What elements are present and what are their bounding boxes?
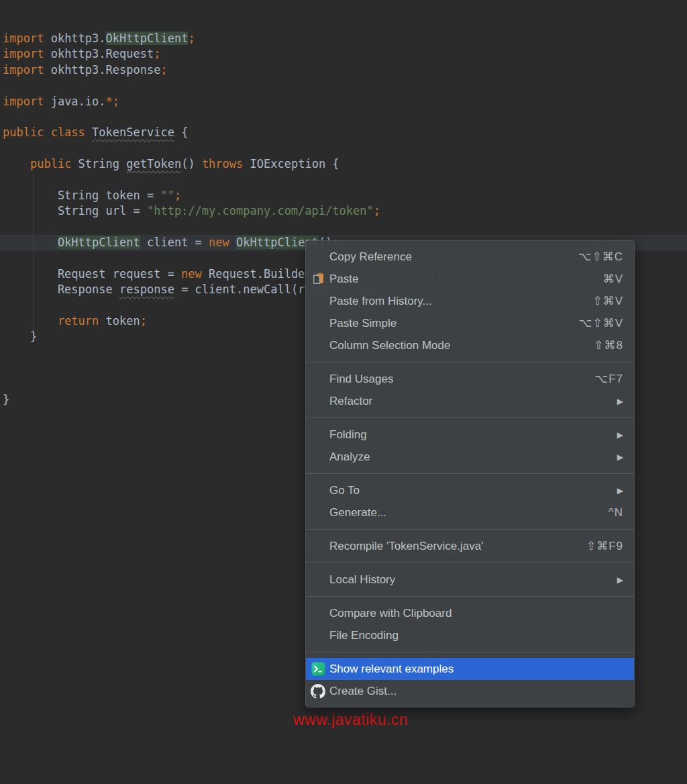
code-token: } (3, 330, 37, 343)
code-token: import (3, 47, 51, 60)
code-token: String url = (3, 204, 147, 217)
menu-item-copy-reference[interactable]: Copy Reference⌥⇧⌘C (306, 246, 634, 268)
menu-item-label: Copy Reference (329, 250, 412, 264)
code-line: import okhttp3.Request; (3, 46, 449, 62)
highlighted-token: OkHttpClient (106, 32, 189, 45)
code-line (3, 173, 449, 188)
code-token: throws (202, 157, 250, 170)
code-token: okhttp3.Request (51, 47, 154, 60)
menu-item-label: Go To (329, 484, 360, 497)
menu-item-label: Show relevant examples (329, 663, 454, 676)
menu-item-shortcut: ⇧⌘F9 (586, 539, 623, 553)
code-token: ; (140, 314, 147, 328)
menu-item-paste-from-history[interactable]: Paste from History...⇧⌘V (306, 290, 634, 312)
menu-separator (306, 652, 634, 652)
menu-item-label: Analyze (329, 450, 370, 464)
code-token: ; (160, 63, 167, 77)
menu-item-recompile-tokenservice-java[interactable]: Recompile 'TokenService.java'⇧⌘F9 (306, 535, 634, 557)
menu-item-label: Generate... (329, 506, 386, 520)
menu-item-compare-with-clipboard[interactable]: Compare with Clipboard (306, 602, 634, 624)
submenu-arrow-icon: ▶ (617, 397, 623, 406)
code-token: *; (106, 95, 119, 108)
menu-item-label: Refactor (329, 395, 372, 408)
code-token: java.io. (51, 95, 106, 108)
menu-item-shortcut: ⇧⌘V (592, 294, 623, 308)
code-token: IOException { (250, 157, 339, 170)
menu-item-label: Find Usages (329, 373, 393, 386)
code-token: ; (174, 189, 181, 202)
submenu-arrow-icon: ▶ (617, 575, 623, 585)
menu-item-analyze[interactable]: Analyze▶ (306, 446, 634, 468)
menu-item-local-history[interactable]: Local History▶ (306, 569, 634, 591)
menu-separator (306, 562, 634, 563)
menu-item-file-encoding[interactable]: File Encoding (306, 624, 634, 646)
code-line (3, 78, 449, 93)
code-token: getToken (126, 157, 181, 170)
code-token: okhttp3. (51, 32, 106, 45)
submenu-arrow-icon: ▶ (617, 430, 623, 440)
github-icon (311, 684, 325, 699)
menu-separator (306, 362, 634, 362)
menu-separator (306, 473, 634, 474)
code-token: new (181, 267, 209, 281)
code-line: import java.io.*; (3, 94, 449, 109)
menu-item-generate[interactable]: Generate...^N (306, 501, 634, 524)
menu-item-label: Local History (329, 573, 395, 587)
menu-separator (306, 529, 634, 530)
editor-context-menu: Copy Reference⌥⇧⌘CPaste⌘VPaste from Hist… (305, 240, 635, 707)
menu-item-label: Folding (329, 428, 367, 442)
code-token: okhttp3.Response (51, 63, 161, 77)
menu-separator (306, 596, 634, 597)
menu-item-shortcut: ⌥⇧⌘C (578, 250, 623, 264)
code-line (3, 219, 449, 235)
menu-item-shortcut: ⌘V (603, 272, 623, 286)
menu-item-label: Create Gist... (329, 685, 397, 698)
code-token: import (3, 95, 51, 108)
submenu-arrow-icon: ▶ (617, 452, 623, 462)
code-token: () (181, 157, 202, 170)
paste-icon (311, 272, 325, 287)
menu-item-paste-simple[interactable]: Paste Simple⌥⇧⌘V (306, 312, 634, 334)
code-token: ; (154, 47, 160, 60)
code-token: } (3, 393, 9, 406)
code-token (3, 314, 58, 328)
menu-item-shortcut: ⌥F7 (595, 372, 623, 386)
code-token: public class (3, 126, 92, 139)
menu-item-label: Column Selection Mode (329, 339, 450, 352)
code-token: Response (3, 283, 119, 296)
code-token: token (106, 314, 140, 328)
menu-item-shortcut: ⇧⌘8 (594, 338, 623, 352)
code-line (3, 109, 449, 125)
submenu-arrow-icon: ▶ (617, 486, 623, 495)
highlighted-token: OkHttpClient (58, 236, 140, 249)
code-token: public (30, 157, 78, 170)
menu-item-show-relevant-examples[interactable]: Show relevant examples (306, 658, 634, 680)
menu-item-column-selection-mode[interactable]: Column Selection Mode⇧⌘8 (306, 334, 634, 356)
code-token: "" (160, 189, 174, 202)
code-token: String token = (3, 189, 160, 202)
code-token: response (119, 283, 174, 296)
code-token: client = (140, 236, 209, 249)
menu-item-label: Paste Simple (329, 317, 397, 330)
menu-item-create-gist[interactable]: Create Gist... (306, 680, 634, 702)
code-line: public String getToken() throws IOExcept… (3, 156, 449, 172)
terminal-icon (311, 662, 325, 677)
menu-separator (306, 418, 634, 418)
code-token: ; (188, 32, 195, 45)
code-token: return (58, 314, 106, 328)
menu-item-paste[interactable]: Paste⌘V (306, 268, 634, 290)
code-line: String url = "http://my.company.com/api/… (3, 203, 449, 219)
menu-item-folding[interactable]: Folding▶ (306, 424, 634, 446)
menu-item-find-usages[interactable]: Find Usages⌥F7 (306, 368, 634, 390)
watermark-text: www.javatiku.cn (293, 711, 408, 729)
menu-item-go-to[interactable]: Go To▶ (306, 479, 634, 501)
code-token: import (3, 32, 51, 45)
code-token: String (78, 157, 127, 170)
menu-item-label: Recompile 'TokenService.java' (329, 540, 483, 553)
menu-item-refactor[interactable]: Refactor▶ (306, 390, 634, 412)
code-line: public class TokenService { (3, 125, 449, 140)
code-token (3, 157, 30, 170)
menu-item-label: Paste from History... (329, 295, 432, 308)
code-line (3, 141, 449, 156)
code-token: import (3, 63, 51, 77)
